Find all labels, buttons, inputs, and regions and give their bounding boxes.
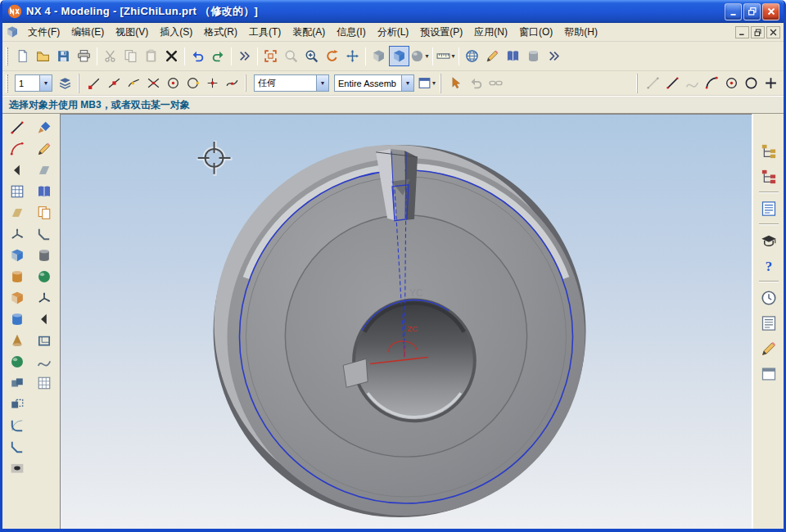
work-layer-combo[interactable]: 1 ▾	[15, 74, 52, 92]
layer-settings-icon[interactable]	[55, 74, 75, 93]
edge-blend-icon[interactable]	[6, 415, 28, 436]
details-icon[interactable]	[757, 310, 781, 336]
endpoint-snap-icon[interactable]	[84, 74, 104, 93]
wireframe-display-icon[interactable]	[368, 46, 389, 66]
zoom-in-out-icon[interactable]	[301, 46, 322, 66]
work-layer-combo-arrow[interactable]: ▾	[39, 75, 52, 91]
control-point-snap-icon[interactable]	[124, 74, 143, 93]
open-icon[interactable]	[33, 46, 53, 66]
midpoint-snap-icon[interactable]	[104, 74, 124, 93]
selection-intent-icon[interactable]	[446, 74, 466, 93]
menu-file[interactable]: 文件(F)	[22, 23, 66, 42]
close-button[interactable]	[762, 3, 779, 20]
roles-icon[interactable]	[757, 228, 781, 253]
menu-information[interactable]: 信息(I)	[331, 23, 371, 42]
cylinder-icon[interactable]	[6, 309, 28, 330]
measure-distance-icon-dropdown[interactable]: ▾	[451, 53, 454, 60]
sketch-line-icon[interactable]	[662, 74, 682, 93]
chamfer-icon[interactable]	[6, 436, 28, 458]
circle-tool-icon[interactable]	[741, 74, 761, 93]
menu-analysis[interactable]: 分析(L)	[372, 23, 415, 42]
collapse-form-toolbar-icon[interactable]	[33, 309, 55, 330]
part-navigator-icon[interactable]	[757, 196, 781, 221]
arc-icon[interactable]	[6, 138, 28, 160]
sketch-icon[interactable]	[6, 181, 28, 202]
pattern-icon[interactable]	[33, 372, 55, 394]
toolbar-options-icon[interactable]	[544, 46, 564, 66]
measure-distance-icon[interactable]: ▾	[436, 46, 456, 66]
cone-icon[interactable]	[6, 330, 28, 351]
menu-help[interactable]: 帮助(H)	[558, 23, 603, 42]
expressions-icon[interactable]	[33, 181, 55, 202]
arc-center-snap-icon[interactable]	[163, 74, 183, 93]
web-browser-icon[interactable]	[462, 46, 482, 66]
fit-view-icon[interactable]	[260, 46, 281, 66]
gear-blank-model[interactable]	[214, 145, 586, 517]
menu-edit[interactable]: 编辑(E)	[66, 23, 110, 42]
library-icon[interactable]	[503, 46, 523, 66]
palettes-icon[interactable]	[757, 361, 781, 386]
move-object-icon[interactable]	[33, 138, 55, 160]
point-tool-icon[interactable]	[761, 74, 780, 93]
block-icon[interactable]	[6, 287, 28, 309]
arc-tool-icon[interactable]	[702, 74, 721, 93]
rotate-view-icon[interactable]	[322, 46, 342, 66]
selection-scope-combo[interactable]: Entire Assemb ▾	[334, 74, 414, 92]
help-icon[interactable]	[757, 253, 781, 278]
materials-icon[interactable]	[523, 46, 544, 66]
document-restore-button[interactable]	[751, 26, 765, 38]
selection-filter-icon[interactable]: ▾	[417, 74, 436, 93]
toolbar-overflow-icon[interactable]	[234, 46, 255, 66]
datum-plane-icon[interactable]	[6, 202, 28, 223]
new-part-icon[interactable]	[12, 46, 33, 66]
type-filter-combo[interactable]: 任何 ▾	[254, 74, 329, 92]
menu-assemblies[interactable]: 装配(A)	[287, 23, 331, 42]
trim-body-icon[interactable]	[33, 223, 55, 245]
edit-object-display-icon[interactable]	[33, 117, 55, 138]
line-icon[interactable]	[6, 117, 28, 138]
toolbar-grip[interactable]	[6, 47, 8, 65]
restore-button[interactable]	[743, 3, 761, 20]
assembly-navigator-icon[interactable]	[757, 138, 781, 164]
display-mode-icon-dropdown[interactable]: ▾	[425, 53, 428, 60]
document-close-button[interactable]	[766, 26, 780, 38]
menu-window[interactable]: 窗口(O)	[513, 23, 558, 42]
extract-body-icon[interactable]	[33, 245, 55, 266]
journal-icon[interactable]	[482, 46, 503, 66]
minimize-button[interactable]	[725, 3, 742, 20]
menu-preferences[interactable]: 预设置(P)	[414, 23, 468, 42]
extrude-icon[interactable]	[6, 245, 28, 266]
intersection-snap-icon[interactable]	[143, 74, 163, 93]
sphere-icon[interactable]	[6, 351, 28, 372]
circle-center-tool-icon[interactable]	[721, 74, 741, 93]
title-bar[interactable]: NX 4 - Modeling - [ZhiChiLun.prt （修改的）]	[2, 0, 784, 23]
constraint-navigator-icon[interactable]	[757, 164, 781, 189]
redo-icon[interactable]	[208, 46, 228, 66]
green-sphere-icon[interactable]	[33, 266, 55, 287]
menu-format[interactable]: 格式(R)	[198, 23, 243, 42]
existing-point-snap-icon[interactable]	[202, 74, 222, 93]
sketch-tools-icon[interactable]	[757, 336, 781, 361]
history-icon[interactable]	[757, 285, 781, 310]
menu-application[interactable]: 应用(N)	[468, 23, 513, 42]
quadrant-snap-icon[interactable]	[183, 74, 202, 93]
subtract-icon[interactable]	[6, 394, 28, 415]
graphics-window[interactable]: YC ZC	[60, 114, 752, 529]
unite-icon[interactable]	[6, 372, 28, 394]
point-on-curve-snap-icon[interactable]	[222, 74, 242, 93]
pan-view-icon[interactable]	[342, 46, 363, 66]
undo-icon[interactable]	[187, 46, 208, 66]
shaded-display-icon[interactable]	[389, 46, 409, 66]
selection-filter-icon-dropdown[interactable]: ▾	[432, 80, 436, 87]
selection-scope-combo-arrow[interactable]: ▾	[401, 75, 413, 91]
instance-feature-icon[interactable]	[33, 202, 55, 223]
collapse-curve-toolbar-icon[interactable]	[6, 160, 28, 181]
toolbar-grip-2[interactable]	[6, 74, 8, 92]
menu-insert[interactable]: 插入(S)	[154, 23, 198, 42]
datum-axis-icon[interactable]	[33, 160, 55, 181]
display-mode-icon[interactable]: ▾	[409, 46, 430, 66]
wcs-dynamics-icon[interactable]	[33, 287, 55, 309]
document-minimize-button[interactable]	[735, 26, 749, 38]
revolve-icon[interactable]	[6, 266, 28, 287]
datum-csys-icon[interactable]	[6, 223, 28, 245]
